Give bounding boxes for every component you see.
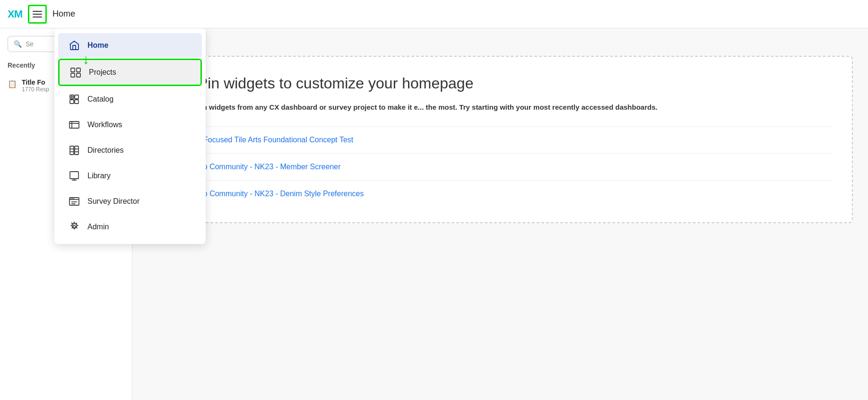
nav-item-catalog-label: Catalog [87, 95, 113, 104]
svg-rect-6 [70, 100, 74, 104]
nav-item-projects[interactable]: Projects [58, 59, 202, 86]
green-arrow-indicator: ↓ [83, 53, 89, 66]
library-icon [68, 169, 81, 183]
nav-item-library[interactable]: Library [58, 164, 202, 188]
page-title: Home [52, 9, 75, 19]
pinned-widgets-box: Pin widgets to customize your homepage Y… [148, 56, 853, 223]
nav-item-home-label: Home [87, 41, 108, 50]
recent-item-subtitle: 1770 Resp [22, 86, 49, 93]
svg-rect-1 [77, 68, 80, 72]
nav-item-directories-label: Directories [87, 146, 123, 155]
svg-rect-19 [70, 172, 78, 179]
pinned-link-item-2[interactable]: Demo Community - NK23 - Member Screener [167, 153, 833, 180]
svg-rect-3 [77, 73, 80, 77]
pinned-link-item-3[interactable]: Demo Community - NK23 - Denim Style Pref… [167, 180, 833, 207]
survey-director-icon [68, 195, 81, 208]
projects-icon [69, 66, 82, 79]
pinned-link-2[interactable]: Demo Community - NK23 - Member Screener [187, 163, 341, 171]
nav-item-catalog[interactable]: Catalog [58, 87, 202, 112]
nav-item-survey-director-label: Survey Director [87, 197, 139, 206]
main-layout: 🔍 Se Recently 📋 Title Fo 1770 Resp ↓ [0, 28, 868, 400]
home-icon [68, 39, 81, 52]
recent-item-title: Title Fo [22, 78, 49, 86]
recent-item-text: Title Fo 1770 Resp [22, 78, 49, 93]
pinned-main-title: Pin widgets to customize your homepage [198, 75, 473, 92]
svg-rect-14 [75, 146, 78, 155]
directories-icon [68, 144, 81, 157]
nav-item-projects-label: Projects [89, 68, 116, 77]
svg-rect-5 [75, 95, 78, 99]
hamburger-line-3 [33, 17, 42, 17]
catalog-icon [68, 93, 81, 106]
svg-rect-10 [69, 122, 79, 128]
nav-item-admin-label: Admin [87, 223, 109, 231]
recent-item-icon: 📋 [8, 79, 17, 88]
admin-icon [68, 220, 81, 234]
pinned-title-row: Pin widgets to customize your homepage [167, 72, 833, 95]
hamburger-line-1 [33, 11, 42, 12]
dropdown-menu: Home Projects [54, 28, 206, 244]
nav-item-survey-director[interactable]: Survey Director [58, 189, 202, 214]
nav-item-workflows[interactable]: Workflows [58, 113, 202, 137]
nav-item-home[interactable]: Home [58, 33, 202, 58]
pinned-link-item-1[interactable]: Title Focused Tile Arts Foundational Con… [167, 126, 833, 153]
nav-item-directories[interactable]: Directories [58, 138, 202, 163]
svg-point-27 [73, 198, 74, 199]
pinned-link-3[interactable]: Demo Community - NK23 - Denim Style Pref… [187, 190, 364, 198]
pinned-link-1[interactable]: Title Focused Tile Arts Foundational Con… [187, 136, 353, 144]
sidebar-panel: 🔍 Se Recently 📋 Title Fo 1770 Resp ↓ [0, 28, 132, 400]
nav-item-admin[interactable]: Admin [58, 215, 202, 239]
nav-item-library-label: Library [87, 172, 111, 180]
pinned-widgets-header: Pinned widgets [148, 40, 853, 48]
svg-rect-7 [75, 100, 78, 104]
hamburger-button[interactable] [28, 5, 47, 24]
search-icon: 🔍 [14, 40, 22, 48]
svg-point-25 [70, 198, 71, 199]
xm-logo: XM [8, 8, 22, 20]
svg-rect-2 [71, 73, 75, 77]
workflows-icon [68, 118, 81, 131]
svg-rect-0 [71, 68, 75, 72]
content-area: Pinned widgets Pin widgets to customize … [132, 28, 868, 400]
nav-item-workflows-label: Workflows [87, 121, 122, 129]
search-text: Se [26, 40, 34, 48]
svg-point-26 [72, 198, 73, 199]
hamburger-line-2 [33, 14, 42, 15]
topbar: XM Home [0, 0, 868, 28]
svg-rect-13 [70, 146, 74, 155]
pinned-description: You can pin widgets from any CX dashboar… [167, 102, 833, 113]
